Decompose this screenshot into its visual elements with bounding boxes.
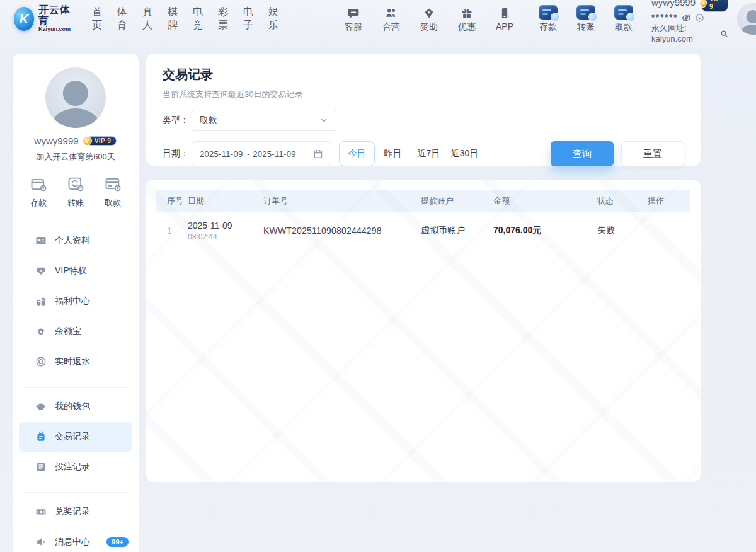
diamond-icon — [423, 6, 435, 20]
transfer-button[interactable]: 转账 — [572, 5, 600, 33]
sidebar-item-wallet[interactable]: 我的钱包 — [13, 391, 139, 422]
username: wywy9999 — [651, 0, 696, 9]
menu-label: VIP特权 — [55, 265, 87, 277]
cell-status: 失败 — [597, 225, 648, 236]
menu-label: 余额宝 — [55, 326, 81, 337]
search-button[interactable]: 查询 — [551, 141, 614, 166]
date-row: 日期： 2025-11-09 ~ 2025-11-09 今日 昨日 近7日 近3… — [163, 141, 688, 166]
nav-item-esports[interactable]: 电竞 — [193, 6, 203, 32]
date-label: 日期： — [163, 148, 192, 159]
partner-label: 合营 — [382, 21, 400, 33]
top-bar: K 开云体育 Kaiyun.com 首页 体育 真人 棋牌 电竞 彩票 电子 娱… — [0, 0, 756, 38]
sidebar-item-messages[interactable]: 消息中心 99+ — [13, 527, 139, 552]
sponsor-button[interactable]: 赞助 — [416, 6, 442, 33]
vip-badge[interactable]: V VIP 9 — [699, 0, 728, 12]
page-title: 交易记录 — [163, 66, 688, 83]
divider — [23, 219, 129, 219]
nav-item-chess[interactable]: 棋牌 — [168, 6, 178, 32]
gift-icon — [461, 6, 473, 20]
megaphone-icon — [35, 536, 47, 548]
sidebar-vip-badge: V VIP 9 — [83, 136, 117, 146]
filter-actions: 查询 重置 — [551, 141, 688, 166]
menu-label: 投注记录 — [55, 461, 90, 473]
sidebar-deposit-button[interactable]: 存款 — [29, 175, 48, 209]
col-operation: 操作 — [648, 195, 690, 207]
col-date: 日期 — [188, 195, 263, 207]
sidebar-withdraw-button[interactable]: 取款 — [103, 175, 122, 209]
menu-label: 我的钱包 — [55, 401, 90, 412]
pot-icon — [35, 326, 47, 337]
sidebar-avatar[interactable] — [45, 67, 106, 128]
message-count-badge: 99+ — [106, 537, 129, 547]
piggy-bank-icon — [35, 401, 47, 412]
magnifier-icon[interactable] — [720, 30, 728, 38]
type-select-value: 取款 — [200, 115, 217, 126]
menu-label: 交易记录 — [55, 431, 90, 442]
deposit-label: 存款 — [539, 21, 557, 33]
date-range-input[interactable]: 2025-11-09 ~ 2025-11-09 — [192, 141, 331, 166]
filter-card: 交易记录 当前系统支持查询最近30日的交易记录 类型： 取款 日期： 2025-… — [146, 54, 701, 166]
sidebar-item-transactions[interactable]: 交易记录 — [19, 422, 132, 452]
nav-item-live[interactable]: 真人 — [142, 6, 152, 32]
cell-date-time: 08:02:44 — [188, 233, 263, 241]
nav-item-lottery[interactable]: 彩票 — [218, 6, 228, 32]
nav-item-entertainment[interactable]: 娱乐 — [268, 6, 278, 32]
nav-item-slots[interactable]: 电子 — [243, 6, 253, 32]
withdraw-button[interactable]: 取款 — [610, 5, 638, 33]
col-status: 状态 — [597, 195, 648, 207]
table-header: 序号 日期 订单号 提款账户 金额 状态 操作 — [156, 190, 690, 212]
withdraw-label: 取款 — [615, 21, 633, 33]
redeem-icon — [35, 506, 47, 517]
sidebar-username: wywy9999 — [35, 135, 79, 146]
brand-logo-icon: K — [14, 7, 34, 31]
range-today-button[interactable]: 今日 — [339, 141, 375, 166]
partner-button[interactable]: 合营 — [378, 6, 404, 33]
sponsor-label: 赞助 — [420, 21, 438, 33]
sidebar-deposit-label: 存款 — [30, 197, 47, 209]
nav-item-sports[interactable]: 体育 — [117, 6, 127, 32]
sidebar-item-profile[interactable]: 个人资料 — [13, 226, 139, 256]
promo-button[interactable]: 优惠 — [454, 6, 480, 33]
withdraw-icon — [614, 5, 633, 20]
app-button[interactable]: APP — [491, 6, 518, 33]
bet-record-icon — [35, 461, 47, 473]
promo-label: 优惠 — [458, 21, 476, 33]
col-account: 提款账户 — [421, 195, 493, 207]
transfer-label: 转账 — [577, 21, 595, 33]
divider — [23, 492, 129, 493]
page-subtitle: 当前系统支持查询最近30日的交易记录 — [163, 89, 688, 100]
records-table-card: 序号 日期 订单号 提款账户 金额 状态 操作 1 2025-11-09 08:… — [146, 180, 701, 482]
deposit-button[interactable]: 存款 — [534, 5, 562, 33]
avatar[interactable] — [737, 3, 756, 35]
type-select[interactable]: 取款 — [192, 110, 336, 131]
cell-date-day: 2025-11-09 — [188, 221, 263, 231]
chevron-circle-icon[interactable] — [695, 13, 704, 23]
sidebar-item-bets[interactable]: 投注记录 — [13, 452, 139, 482]
range-yesterday-button[interactable]: 昨日 — [375, 141, 411, 166]
eye-off-icon[interactable] — [682, 13, 691, 23]
phone-icon — [498, 6, 511, 20]
sidebar-menu: 个人资料 VIP特权 福利中心 余额宝 实时返水 — [13, 226, 139, 552]
date-range-presets: 今日 昨日 近7日 近30日 — [339, 141, 483, 166]
sidebar-item-welfare[interactable]: 福利中心 — [13, 286, 139, 316]
sidebar-item-redeem[interactable]: 兑奖记录 — [13, 497, 139, 527]
masked-balance: ****** — [651, 13, 678, 23]
menu-label: 兑奖记录 — [55, 506, 90, 517]
chevron-down-icon — [319, 116, 328, 125]
sidebar-item-rebate[interactable]: 实时返水 — [13, 347, 139, 377]
date-range-value: 2025-11-09 ~ 2025-11-09 — [200, 149, 296, 159]
nav-item-home[interactable]: 首页 — [92, 6, 102, 32]
reset-button[interactable]: 重置 — [621, 141, 684, 166]
sidebar-item-yuebao[interactable]: 余额宝 — [13, 316, 139, 347]
sidebar-item-vip[interactable]: VIP特权 — [13, 256, 139, 286]
range-30days-button[interactable]: 近30日 — [447, 141, 483, 166]
range-7days-button[interactable]: 近7日 — [411, 141, 447, 166]
joined-days: 加入开云体育第600天 — [13, 151, 139, 163]
brand-domain: Kaiyun.com — [38, 26, 74, 32]
service-button[interactable]: 客服 — [340, 6, 367, 33]
cell-date: 2025-11-09 08:02:44 — [188, 221, 263, 241]
sidebar-transfer-button[interactable]: 转账 — [66, 175, 85, 209]
cell-order-no: KWWT202511090802444298 — [263, 226, 421, 236]
transfer-outline-icon — [66, 175, 85, 193]
brand-logo[interactable]: K 开云体育 Kaiyun.com — [14, 5, 74, 32]
